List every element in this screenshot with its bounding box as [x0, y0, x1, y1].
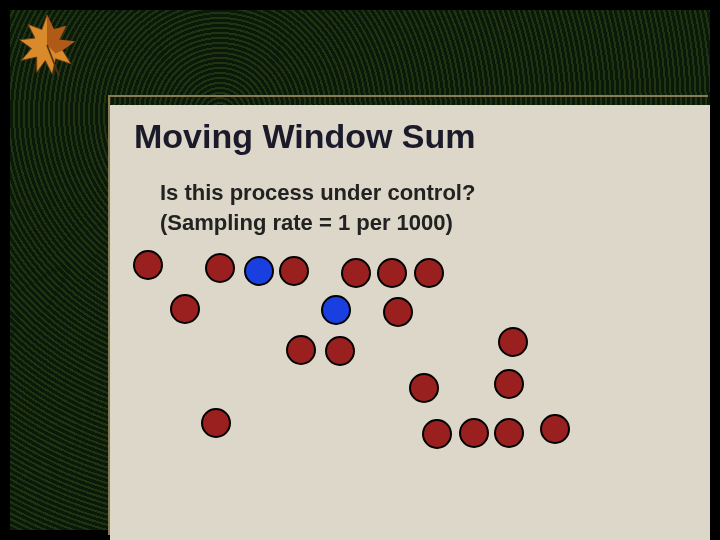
sample-dot-red	[279, 256, 309, 286]
sample-dot-red	[414, 258, 444, 288]
sample-dot-red	[494, 369, 524, 399]
sample-dot-blue	[244, 256, 274, 286]
sample-dot-red	[459, 418, 489, 448]
sample-dot-red	[498, 327, 528, 357]
slide-frame: Moving Window Sum Is this process under …	[10, 10, 710, 530]
sample-dot-red	[170, 294, 200, 324]
sample-dot-red	[377, 258, 407, 288]
sample-dot-red	[409, 373, 439, 403]
sample-dot-red	[341, 258, 371, 288]
sample-dot-red	[201, 408, 231, 438]
sample-dot-red	[325, 336, 355, 366]
sample-dot-red	[422, 419, 452, 449]
sample-dot-blue	[321, 295, 351, 325]
sample-dot-red	[205, 253, 235, 283]
sample-dot-red	[540, 414, 570, 444]
sample-dot-red	[383, 297, 413, 327]
sample-dot-red	[133, 250, 163, 280]
sample-dot-red	[286, 335, 316, 365]
dot-field	[10, 10, 710, 530]
sample-dot-red	[494, 418, 524, 448]
